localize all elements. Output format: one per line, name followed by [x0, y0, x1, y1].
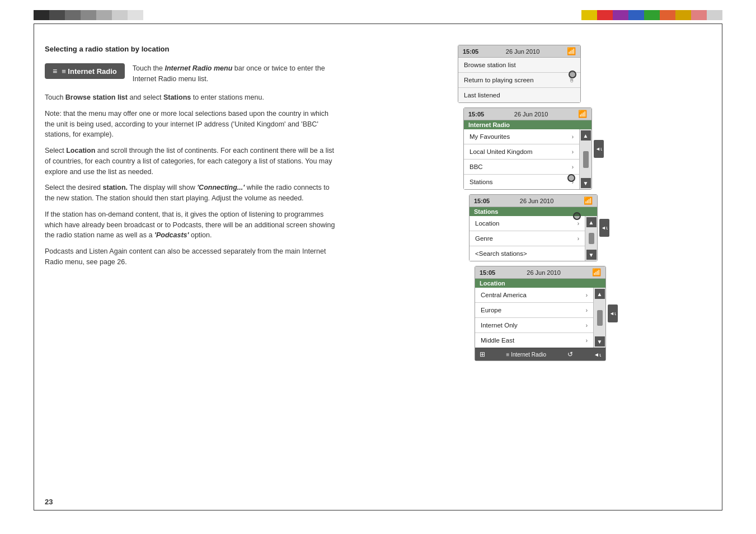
screen1-header: 15:05 26 Jun 2010 📶 — [458, 45, 580, 58]
main-content: Selecting a radio station by location ≡ … — [45, 34, 711, 500]
internet-radio-button[interactable]: ≡ ≡ Internet Radio — [45, 63, 125, 79]
screen3-item-genre[interactable]: Genre › — [469, 231, 585, 246]
rbar-seg-5 — [644, 10, 660, 20]
rbar-seg-7 — [675, 10, 691, 20]
screen4-date: 26 Jun 2010 — [527, 269, 561, 276]
screen3-arrow-1: › — [577, 221, 579, 227]
screen4-arrow-1: › — [586, 292, 588, 298]
screen4-header: 15:05 26 Jun 2010 📶 — [475, 266, 605, 279]
screen4-subheader: Location — [475, 279, 605, 288]
screen4-item-middle-east[interactable]: Middle East › — [475, 333, 593, 348]
scroll-up-btn[interactable]: ▲ — [581, 130, 591, 140]
screen2-arrow-2: › — [572, 149, 574, 155]
screen4-bottom-bar: ⊞ ≡ Internet Radio ↺ ◄ɩ — [475, 348, 605, 360]
left-column: Selecting a radio station by location ≡ … — [45, 34, 336, 500]
screen4-central-america-label: Central America — [481, 292, 527, 298]
screen4-item-internet-only[interactable]: Internet Only › — [475, 318, 593, 333]
screen4-arrow-4: › — [586, 338, 588, 344]
scroll-down-btn[interactable]: ▼ — [581, 178, 591, 188]
rbar-seg-4 — [628, 10, 644, 20]
back-icon[interactable]: ↺ — [567, 350, 573, 358]
touch-cursor-2 — [567, 174, 575, 182]
button-instruction: Touch the Internet Radio menu bar once o… — [133, 63, 336, 85]
screen3-scroll-bar — [589, 233, 594, 244]
screen2-local-uk-label: Local United Kingdom — [469, 148, 533, 155]
border-right — [722, 24, 722, 510]
bar-seg-7 — [128, 10, 143, 20]
screen2-wrapper: 15:05 26 Jun 2010 📶 Internet Radio My Fa… — [463, 107, 592, 190]
screen2-bbc-label: BBC — [469, 163, 483, 170]
screen1-date: 26 Jun 2010 — [506, 48, 540, 55]
screen3-scroll-up[interactable]: ▲ — [586, 217, 597, 227]
para6: Podcasts and Listen Again content can al… — [45, 246, 336, 268]
screen2-item-favourites[interactable]: My Favourites › — [464, 129, 579, 144]
bottom-vol-icon: ◄ɩ — [594, 352, 601, 358]
rbar-seg-8 — [691, 10, 707, 20]
bar-seg-1 — [34, 10, 49, 20]
screen4-arrow-3: › — [586, 322, 588, 329]
screen1-browse-label: Browse station list — [464, 62, 516, 68]
grid-icon: ⊞ — [480, 350, 485, 358]
rbar-seg-6 — [660, 10, 675, 20]
screen2-date: 26 Jun 2010 — [514, 111, 548, 118]
bar-seg-3 — [65, 10, 81, 20]
screen1-item-last[interactable]: Last listened — [458, 88, 580, 102]
screen4-home-label: ≡ Internet Radio — [506, 352, 546, 358]
screen3-arrow-2: › — [577, 236, 579, 242]
screen3-genre-label: Genre — [475, 235, 493, 242]
screen3-time: 15:05 — [474, 198, 490, 204]
screen4-arrow-2: › — [586, 307, 588, 313]
screen4-time: 15:05 — [480, 269, 495, 276]
screen1: 15:05 26 Jun 2010 📶 Browse station list … — [458, 45, 581, 103]
screen1-wrapper: 15:05 26 Jun 2010 📶 Browse station list … — [458, 45, 581, 103]
screen2-favourites-label: My Favourites — [469, 133, 510, 140]
screen1-item-return[interactable]: Return to playing screen 🖱 — [458, 73, 580, 88]
rbar-seg-2 — [597, 10, 613, 20]
screen2-header: 15:05 26 Jun 2010 📶 — [464, 108, 591, 120]
screen2-item-bbc[interactable]: BBC › — [464, 160, 579, 175]
bar-seg-5 — [96, 10, 112, 20]
top-bar-right — [581, 10, 722, 20]
screen3-item-search[interactable]: <Search stations> — [469, 246, 585, 261]
wifi-icon: 📶 — [567, 47, 576, 55]
screen4-europe-label: Europe — [481, 307, 501, 313]
rbar-seg-1 — [581, 10, 597, 20]
screen3-wrapper: 15:05 26 Jun 2010 📶 Stations Location › — [469, 194, 598, 261]
screen2-time: 15:05 — [468, 111, 484, 118]
screen2-item-local-uk[interactable]: Local United Kingdom › — [464, 144, 579, 160]
screen1-last-label: Last listened — [464, 92, 500, 99]
screen4-vol-btn[interactable]: ◄ɩ — [608, 305, 618, 322]
screen4-wifi-icon: 📶 — [592, 268, 601, 277]
screen3-scroll-down[interactable]: ▼ — [586, 250, 597, 260]
screen2-item-stations[interactable]: Stations › — [464, 175, 579, 189]
screen4-item-central-america[interactable]: Central America › — [475, 288, 593, 303]
border-left — [34, 24, 34, 510]
screen4-scroll-down[interactable]: ▼ — [595, 336, 605, 346]
menu-lines-icon: ≡ — [53, 67, 57, 76]
screen3-vol-btn[interactable]: ◄ɩ — [599, 219, 609, 237]
screen4-scroll-up[interactable]: ▲ — [595, 289, 605, 299]
top-bar-left — [34, 10, 143, 20]
border-top — [34, 24, 722, 24]
screen2-stations-label: Stations — [469, 179, 493, 185]
screen2-subheader: Internet Radio — [464, 120, 591, 129]
screen3-wifi-icon: 📶 — [584, 196, 593, 205]
touch-cursor-1 — [569, 71, 576, 78]
scroll-bar — [583, 151, 589, 168]
screen4-scroll-bar — [597, 310, 603, 326]
screen3-search-label: <Search stations> — [475, 250, 527, 257]
screen3-date: 26 Jun 2010 — [520, 198, 554, 204]
touch-cursor-3 — [573, 212, 581, 220]
screen2-arrow-1: › — [572, 134, 574, 140]
screen4: 15:05 26 Jun 2010 📶 Location Central Ame… — [475, 266, 606, 361]
vol-btn[interactable]: ◄ɩ — [594, 140, 604, 158]
para4: Select the desired station. The display … — [45, 182, 336, 204]
screen4-item-europe[interactable]: Europe › — [475, 303, 593, 318]
screen4-middle-east-label: Middle East — [481, 337, 514, 344]
bar-seg-4 — [81, 10, 96, 20]
rbar-seg-3 — [613, 10, 628, 20]
screen2-arrow-3: › — [572, 164, 574, 170]
screen1-item-browse[interactable]: Browse station list — [458, 58, 580, 73]
right-column: 15:05 26 Jun 2010 📶 Browse station list … — [353, 34, 711, 500]
screen3-item-location[interactable]: Location › — [469, 216, 585, 231]
